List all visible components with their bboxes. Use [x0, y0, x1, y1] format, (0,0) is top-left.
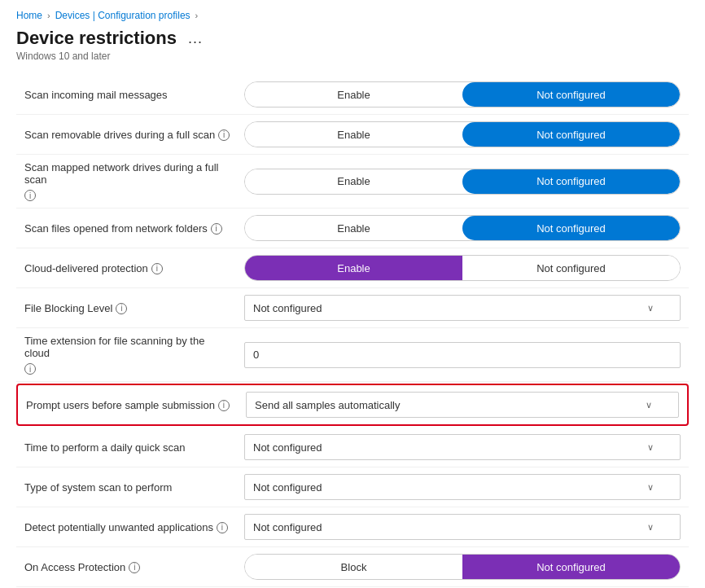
dropdown-chevron-prompt-users-sample-submission: ∨	[646, 400, 652, 410]
row-label-scan-removable-drives: Scan removable drives during a full scan…	[24, 129, 244, 141]
info-icon-cloud-delivered-protection[interactable]: i	[151, 263, 163, 274]
dropdown-chevron-type-system-scan: ∨	[647, 482, 654, 493]
row-control-on-access-protection: BlockNot configured	[244, 554, 681, 580]
toggle-btn-scan-mapped-network-1[interactable]: Not configured	[462, 169, 680, 194]
toggle-group-scan-incoming-mail: EnableNot configured	[244, 81, 681, 108]
toggle-btn-scan-mapped-network-0[interactable]: Enable	[245, 169, 462, 194]
label-text-on-access-protection: On Access Protection	[24, 561, 125, 573]
settings-row-scan-files-network-folders: Scan files opened from network foldersiE…	[16, 208, 689, 248]
settings-row-file-blocking-level: File Blocking LeveliNot configured∨	[16, 288, 689, 328]
row-control-scan-removable-drives: EnableNot configured	[244, 121, 681, 147]
row-control-type-system-scan: Not configured∨	[244, 474, 681, 500]
label-text-scan-mapped-network: Scan mapped network drives during a full…	[24, 161, 231, 186]
toggle-group-scan-files-network-folders: EnableNot configured	[244, 215, 681, 241]
ellipsis-button[interactable]: ...	[183, 29, 208, 49]
toggle-btn-scan-incoming-mail-0[interactable]: Enable	[245, 82, 462, 107]
row-label-time-daily-quick-scan: Time to perform a daily quick scan	[24, 441, 244, 454]
info-icon-time-extension-file-scanning[interactable]: i	[24, 363, 36, 375]
dropdown-value-file-blocking-level: Not configured	[253, 302, 322, 314]
toggle-btn-cloud-delivered-protection-1[interactable]: Not configured	[462, 256, 680, 280]
label-text-detect-unwanted-apps: Detect potentially unwanted applications	[24, 521, 213, 533]
row-label-time-extension-file-scanning: Time extension for file scanning by the …	[24, 335, 244, 375]
info-icon-prompt-users-sample-submission[interactable]: i	[218, 400, 230, 411]
dropdown-wrapper-file-blocking-level: Not configured∨	[244, 295, 681, 321]
dropdown-file-blocking-level[interactable]: Not configured∨	[244, 295, 681, 321]
page-subtitle: Windows 10 and later	[16, 50, 689, 62]
settings-row-type-system-scan: Type of system scan to performNot config…	[16, 467, 689, 507]
label-text-scan-removable-drives: Scan removable drives during a full scan	[24, 129, 215, 141]
row-label-detect-unwanted-apps: Detect potentially unwanted applications…	[24, 521, 244, 533]
row-label-type-system-scan: Type of system scan to perform	[24, 481, 244, 494]
toggle-btn-scan-files-network-folders-0[interactable]: Enable	[245, 216, 462, 240]
dropdown-value-prompt-users-sample-submission: Send all samples automatically	[255, 399, 400, 411]
toggle-btn-cloud-delivered-protection-0[interactable]: Enable	[245, 256, 462, 280]
text-input-time-extension-file-scanning[interactable]	[244, 342, 681, 368]
row-control-file-blocking-level: Not configured∨	[244, 295, 681, 321]
toggle-group-scan-mapped-network: EnableNot configured	[244, 169, 681, 195]
dropdown-wrapper-type-system-scan: Not configured∨	[244, 474, 681, 500]
settings-row-scan-incoming-mail: Scan incoming mail messagesEnableNot con…	[16, 75, 689, 115]
row-control-cloud-delivered-protection: EnableNot configured	[244, 255, 681, 281]
row-label-scan-incoming-mail: Scan incoming mail messages	[24, 89, 244, 101]
label-text-time-daily-quick-scan: Time to perform a daily quick scan	[24, 441, 185, 454]
label-text-scan-files-network-folders: Scan files opened from network folders	[24, 222, 208, 235]
dropdown-value-time-daily-quick-scan: Not configured	[253, 441, 322, 454]
chevron-icon-2: ›	[195, 11, 199, 20]
toggle-btn-scan-files-network-folders-1[interactable]: Not configured	[462, 216, 680, 240]
row-control-scan-files-network-folders: EnableNot configured	[244, 215, 681, 241]
breadcrumb-devices[interactable]: Devices | Configuration profiles	[55, 10, 190, 21]
settings-list: Scan incoming mail messagesEnableNot con…	[16, 75, 689, 587]
dropdown-chevron-time-daily-quick-scan: ∨	[647, 442, 654, 453]
dropdown-chevron-file-blocking-level: ∨	[647, 303, 654, 314]
info-icon-file-blocking-level[interactable]: i	[116, 303, 127, 314]
row-control-prompt-users-sample-submission: Send all samples automatically∨	[246, 392, 679, 418]
toggle-group-on-access-protection: BlockNot configured	[244, 554, 681, 580]
toggle-btn-scan-removable-drives-0[interactable]: Enable	[245, 122, 462, 147]
toggle-btn-on-access-protection-1[interactable]: Not configured	[462, 555, 680, 579]
dropdown-wrapper-detect-unwanted-apps: Not configured∨	[244, 514, 681, 540]
label-text-scan-incoming-mail: Scan incoming mail messages	[24, 89, 168, 101]
dropdown-value-type-system-scan: Not configured	[253, 481, 322, 494]
info-icon-detect-unwanted-apps[interactable]: i	[217, 522, 228, 533]
dropdown-wrapper-time-daily-quick-scan: Not configured∨	[244, 434, 681, 460]
row-control-scan-mapped-network: EnableNot configured	[244, 169, 681, 195]
toggle-group-scan-removable-drives: EnableNot configured	[244, 121, 681, 147]
label-text-type-system-scan: Type of system scan to perform	[24, 481, 172, 494]
row-control-detect-unwanted-apps: Not configured∨	[244, 514, 681, 540]
row-label-prompt-users-sample-submission: Prompt users before sample submissioni	[26, 399, 246, 411]
breadcrumb-home[interactable]: Home	[16, 10, 42, 21]
label-text-time-extension-file-scanning: Time extension for file scanning by the …	[24, 335, 231, 359]
row-label-scan-files-network-folders: Scan files opened from network foldersi	[24, 222, 244, 235]
settings-row-scan-removable-drives: Scan removable drives during a full scan…	[16, 115, 689, 155]
settings-row-time-extension-file-scanning: Time extension for file scanning by the …	[16, 328, 689, 382]
settings-row-cloud-delivered-protection: Cloud-delivered protectioniEnableNot con…	[16, 248, 689, 288]
page-wrapper: Home › Devices | Configuration profiles …	[0, 0, 705, 588]
settings-row-scan-mapped-network: Scan mapped network drives during a full…	[16, 155, 689, 208]
dropdown-value-detect-unwanted-apps: Not configured	[253, 521, 322, 533]
info-icon-on-access-protection[interactable]: i	[129, 562, 140, 573]
toggle-btn-scan-incoming-mail-1[interactable]: Not configured	[462, 82, 680, 107]
settings-row-time-daily-quick-scan: Time to perform a daily quick scanNot co…	[16, 428, 689, 467]
toggle-btn-on-access-protection-0[interactable]: Block	[245, 555, 462, 579]
settings-row-detect-unwanted-apps: Detect potentially unwanted applications…	[16, 507, 689, 547]
row-label-on-access-protection: On Access Protectioni	[24, 561, 244, 573]
breadcrumb: Home › Devices | Configuration profiles …	[16, 10, 689, 21]
label-text-prompt-users-sample-submission: Prompt users before sample submission	[26, 399, 215, 411]
dropdown-prompt-users-sample-submission[interactable]: Send all samples automatically∨	[246, 392, 679, 418]
settings-row-prompt-users-sample-submission: Prompt users before sample submissioniSe…	[16, 384, 689, 426]
info-icon-scan-mapped-network[interactable]: i	[24, 190, 36, 201]
info-icon-scan-files-network-folders[interactable]: i	[211, 223, 222, 235]
dropdown-type-system-scan[interactable]: Not configured∨	[244, 474, 681, 500]
info-icon-scan-removable-drives[interactable]: i	[218, 129, 230, 141]
row-control-time-extension-file-scanning	[244, 342, 681, 368]
settings-row-on-access-protection: On Access ProtectioniBlockNot configured	[16, 547, 689, 587]
row-control-time-daily-quick-scan: Not configured∨	[244, 434, 681, 460]
dropdown-wrapper-prompt-users-sample-submission: Send all samples automatically∨	[246, 392, 679, 418]
toggle-btn-scan-removable-drives-1[interactable]: Not configured	[462, 122, 680, 147]
page-title: Device restrictions	[16, 28, 177, 49]
row-label-cloud-delivered-protection: Cloud-delivered protectioni	[24, 262, 244, 274]
row-label-file-blocking-level: File Blocking Leveli	[24, 302, 244, 314]
dropdown-detect-unwanted-apps[interactable]: Not configured∨	[244, 514, 681, 540]
dropdown-time-daily-quick-scan[interactable]: Not configured∨	[244, 434, 681, 460]
label-text-file-blocking-level: File Blocking Level	[24, 302, 112, 314]
